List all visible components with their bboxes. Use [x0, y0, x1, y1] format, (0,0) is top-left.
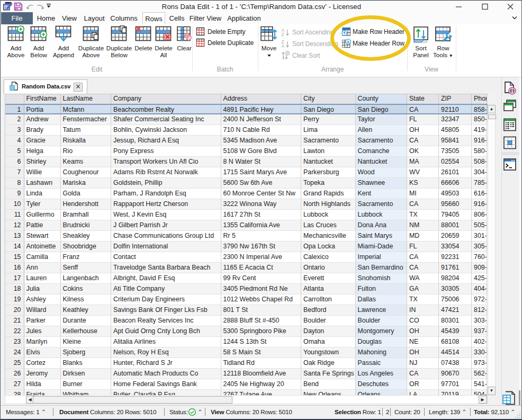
svg-text:Z: Z [282, 32, 284, 37]
svg-text:A: A [282, 43, 285, 49]
svg-text:1: 1 [282, 56, 285, 60]
